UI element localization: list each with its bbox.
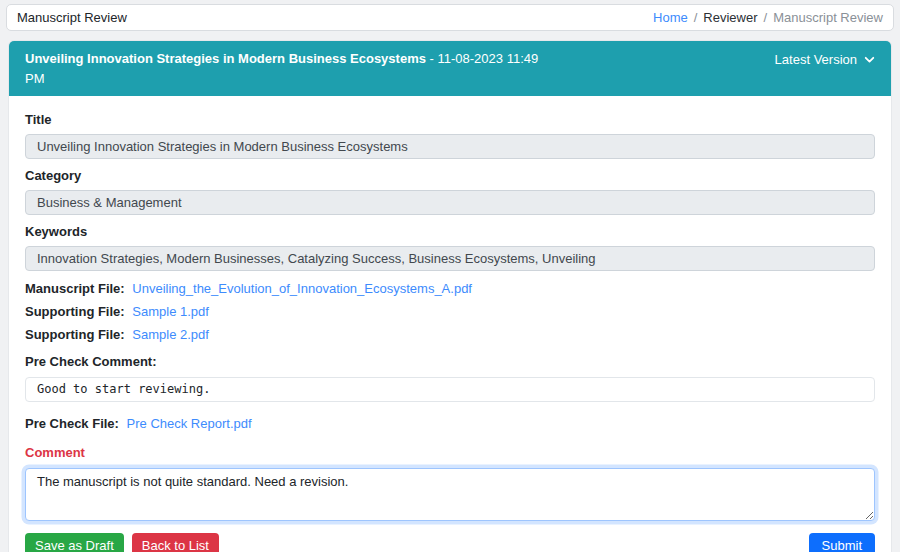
pre-check-comment-label: Pre Check Comment: — [25, 354, 875, 370]
pre-check-file-link[interactable]: Pre Check Report.pdf — [127, 416, 252, 431]
breadcrumb-separator: / — [764, 10, 768, 25]
keywords-input — [25, 246, 875, 271]
version-dropdown-label: Latest Version — [775, 52, 857, 67]
supporting-file-row: Supporting File: Sample 2.pdf — [25, 326, 875, 343]
keywords-label: Keywords — [25, 224, 875, 240]
category-input — [25, 190, 875, 215]
manuscript-heading: Unveiling Innovation Strategies in Moder… — [25, 49, 540, 88]
topbar: Manuscript Review Home / Reviewer / Manu… — [6, 4, 894, 31]
save-as-draft-button[interactable]: Save as Draft — [25, 533, 124, 552]
page-title: Manuscript Review — [17, 10, 127, 25]
breadcrumb-current: Manuscript Review — [773, 10, 883, 25]
breadcrumb-separator: / — [694, 10, 698, 25]
manuscript-review-card: Unveiling Innovation Strategies in Moder… — [8, 40, 892, 552]
back-to-list-button[interactable]: Back to List — [132, 533, 219, 552]
pre-check-comment-box: Good to start reviewing. — [25, 377, 875, 402]
comment-label: Comment — [25, 445, 875, 461]
chevron-down-icon — [864, 54, 875, 65]
title-input — [25, 134, 875, 159]
supporting-file-2-link[interactable]: Sample 2.pdf — [132, 327, 209, 342]
title-label: Title — [25, 112, 875, 128]
supporting-file-1-link[interactable]: Sample 1.pdf — [132, 304, 209, 319]
breadcrumb: Home / Reviewer / Manuscript Review — [653, 10, 883, 25]
manuscript-title: Unveiling Innovation Strategies in Moder… — [25, 51, 426, 66]
submit-button[interactable]: Submit — [809, 533, 875, 552]
comment-textarea[interactable]: The manuscript is not quite standard. Ne… — [25, 468, 875, 521]
manuscript-file-row: Manuscript File: Unveiling_the_Evolution… — [25, 280, 875, 297]
supporting-file-label: Supporting File: — [25, 304, 125, 319]
category-label: Category — [25, 168, 875, 184]
pre-check-file-label: Pre Check File: — [25, 416, 119, 431]
breadcrumb-home-link[interactable]: Home — [653, 10, 688, 25]
supporting-file-label: Supporting File: — [25, 327, 125, 342]
card-header: Unveiling Innovation Strategies in Moder… — [9, 41, 891, 96]
pre-check-file-row: Pre Check File: Pre Check Report.pdf — [25, 415, 875, 432]
breadcrumb-reviewer-link[interactable]: Reviewer — [703, 10, 757, 25]
manuscript-file-link[interactable]: Unveiling_the_Evolution_of_Innovation_Ec… — [132, 281, 472, 296]
actions-bar: Save as Draft Back to List Submit — [25, 533, 875, 552]
card-body: Title Category Keywords Manuscript File:… — [9, 96, 891, 552]
files-section: Manuscript File: Unveiling_the_Evolution… — [25, 280, 875, 343]
manuscript-file-label: Manuscript File: — [25, 281, 125, 296]
version-dropdown[interactable]: Latest Version — [775, 52, 875, 67]
supporting-file-row: Supporting File: Sample 1.pdf — [25, 303, 875, 320]
